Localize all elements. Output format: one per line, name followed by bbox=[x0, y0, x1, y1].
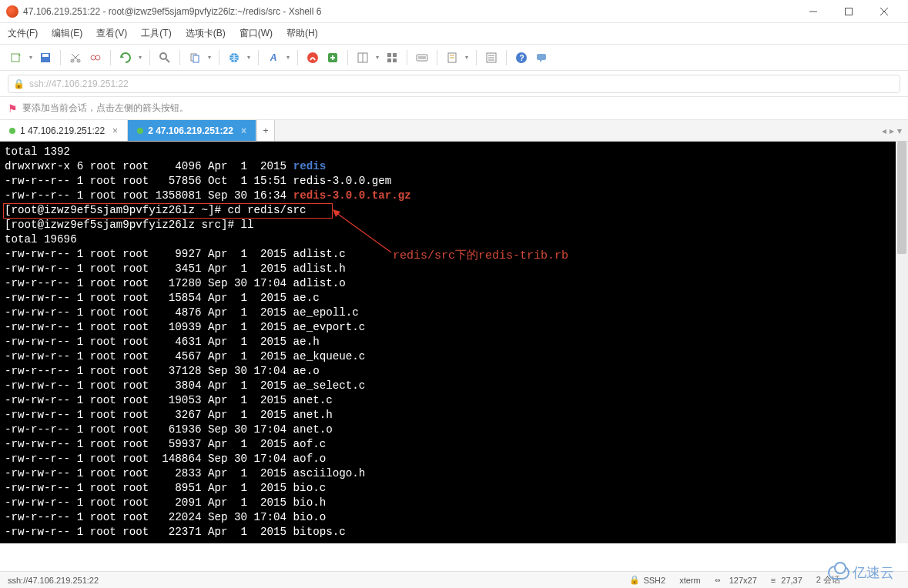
status-pos: ≡ 27,37 bbox=[771, 576, 802, 585]
globe-icon[interactable] bbox=[226, 49, 243, 66]
add-tab-button[interactable]: + bbox=[256, 120, 275, 141]
terminal-container: total 1392 drwxrwxr-x 6 root root 4096 A… bbox=[0, 142, 908, 543]
flag-icon: ⚑ bbox=[8, 102, 18, 115]
watermark-text: 亿速云 bbox=[853, 563, 894, 582]
maximize-button[interactable] bbox=[831, 0, 866, 23]
svg-point-11 bbox=[95, 55, 100, 60]
lock-icon: 🔒 bbox=[13, 79, 25, 89]
svg-point-10 bbox=[91, 55, 95, 60]
tab-2-close-icon[interactable]: × bbox=[241, 125, 246, 136]
separator bbox=[437, 50, 437, 65]
layout-icon[interactable] bbox=[354, 49, 371, 66]
tab-bar: 1 47.106.219.251:22 × 2 47.106.219.251:2… bbox=[0, 120, 908, 142]
script-icon[interactable] bbox=[444, 49, 461, 66]
status-dot-icon bbox=[9, 128, 15, 134]
tab-2-label: 2 47.106.219.251:22 bbox=[148, 125, 233, 136]
xftp-icon[interactable] bbox=[324, 49, 341, 66]
menu-file[interactable]: 文件(F) bbox=[8, 27, 38, 40]
copy-dropdown[interactable]: ▾ bbox=[206, 49, 213, 66]
search-icon[interactable] bbox=[156, 49, 173, 66]
address-text: ssh://47.106.219.251:22 bbox=[29, 79, 129, 89]
tab-1-label: 1 47.106.219.251:22 bbox=[20, 125, 105, 136]
toolbar: + ▾ ▾ ▾ ▾ A ▾ ▾ ▾ ? bbox=[0, 45, 908, 71]
separator bbox=[347, 50, 348, 65]
svg-rect-7 bbox=[42, 54, 49, 57]
tile-icon[interactable] bbox=[384, 49, 400, 66]
terminal[interactable]: total 1392 drwxrwxr-x 6 root root 4096 A… bbox=[0, 142, 896, 543]
separator bbox=[60, 50, 61, 65]
status-dot-icon bbox=[137, 128, 143, 134]
menu-tools[interactable]: 工具(T) bbox=[141, 27, 171, 40]
svg-rect-1 bbox=[846, 8, 853, 15]
svg-rect-37 bbox=[537, 54, 546, 60]
separator bbox=[149, 50, 150, 65]
svg-rect-23 bbox=[387, 58, 391, 62]
new-session-dropdown[interactable]: ▾ bbox=[28, 49, 34, 66]
tab-2[interactable]: 2 47.106.219.251:22 × bbox=[128, 120, 256, 141]
status-size: ⇔ 127x27 bbox=[715, 576, 757, 585]
separator bbox=[110, 50, 111, 65]
new-session-icon[interactable]: + bbox=[8, 49, 25, 66]
tab-1[interactable]: 1 47.106.219.251:22 × bbox=[0, 120, 128, 141]
reconnect-dropdown[interactable]: ▾ bbox=[137, 49, 143, 66]
svg-rect-22 bbox=[393, 53, 397, 57]
menu-edit[interactable]: 编辑(E) bbox=[52, 27, 82, 40]
status-term: xterm bbox=[679, 576, 701, 585]
tab-1-close-icon[interactable]: × bbox=[112, 125, 118, 136]
menu-help[interactable]: 帮助(H) bbox=[286, 27, 318, 40]
globe-dropdown[interactable]: ▾ bbox=[246, 49, 252, 66]
window-title: 47.106.219.251:22 - root@izwz9ef5sjam9pv… bbox=[23, 6, 796, 17]
keyboard-icon[interactable] bbox=[414, 49, 431, 66]
font-icon[interactable]: A bbox=[265, 49, 282, 66]
scrollbar-thumb[interactable] bbox=[897, 142, 906, 254]
menu-view[interactable]: 查看(V) bbox=[96, 27, 127, 40]
menu-window[interactable]: 窗口(W) bbox=[240, 27, 273, 40]
menu-bar: 文件(F) 编辑(E) 查看(V) 工具(T) 选项卡(B) 窗口(W) 帮助(… bbox=[0, 23, 908, 45]
properties-icon[interactable] bbox=[483, 49, 500, 66]
separator bbox=[476, 50, 477, 65]
copy-icon[interactable] bbox=[186, 49, 203, 66]
minimize-button[interactable] bbox=[796, 0, 831, 23]
tab-menu-icon[interactable]: ▾ bbox=[897, 125, 902, 136]
help-icon[interactable]: ? bbox=[513, 49, 530, 66]
watermark-logo: 亿速云 bbox=[828, 563, 894, 582]
svg-line-13 bbox=[166, 58, 169, 62]
svg-rect-25 bbox=[417, 55, 427, 61]
status-bar: ssh://47.106.219.251:22 🔒SSH2 xterm ⇔ 12… bbox=[0, 571, 908, 588]
app-icon bbox=[6, 5, 18, 18]
annotation-text: redis/src下的redis-trib.rb bbox=[393, 248, 568, 262]
script-dropdown[interactable]: ▾ bbox=[464, 49, 470, 66]
font-dropdown[interactable]: ▾ bbox=[285, 49, 291, 66]
chat-icon[interactable] bbox=[533, 49, 550, 66]
xagent-icon[interactable] bbox=[304, 49, 321, 66]
address-bar: 🔒 ssh://47.106.219.251:22 bbox=[0, 71, 908, 97]
separator bbox=[297, 50, 298, 65]
separator bbox=[219, 50, 219, 65]
cloud-icon bbox=[828, 566, 849, 580]
save-icon[interactable] bbox=[37, 49, 54, 66]
svg-rect-15 bbox=[193, 55, 199, 62]
svg-text:+: + bbox=[18, 52, 22, 58]
tab-next-icon[interactable]: ▸ bbox=[890, 125, 894, 136]
menu-tabs[interactable]: 选项卡(B) bbox=[186, 27, 226, 40]
dir-redis: redis bbox=[293, 160, 327, 172]
svg-rect-21 bbox=[387, 53, 391, 57]
tab-prev-icon[interactable]: ◂ bbox=[882, 125, 886, 136]
hint-bar: ⚑ 要添加当前会话，点击左侧的箭头按钮。 bbox=[0, 97, 908, 120]
svg-text:?: ? bbox=[520, 54, 524, 62]
hint-text: 要添加当前会话，点击左侧的箭头按钮。 bbox=[22, 102, 189, 115]
status-proto: 🔒SSH2 bbox=[629, 575, 665, 585]
address-input[interactable]: 🔒 ssh://47.106.219.251:22 bbox=[8, 75, 900, 93]
tab-nav: ◂ ▸ ▾ bbox=[876, 120, 908, 141]
separator bbox=[407, 50, 407, 65]
reconnect-icon[interactable] bbox=[117, 49, 134, 66]
disconnect-icon[interactable] bbox=[87, 49, 104, 66]
svg-point-12 bbox=[160, 53, 166, 59]
separator bbox=[506, 50, 507, 65]
archive-redis: redis-3.0.0.tar.gz bbox=[293, 189, 411, 202]
terminal-scrollbar[interactable] bbox=[896, 142, 908, 543]
close-button[interactable] bbox=[866, 0, 902, 23]
separator bbox=[179, 50, 180, 65]
layout-dropdown[interactable]: ▾ bbox=[374, 49, 380, 66]
cut-icon[interactable] bbox=[67, 49, 84, 66]
